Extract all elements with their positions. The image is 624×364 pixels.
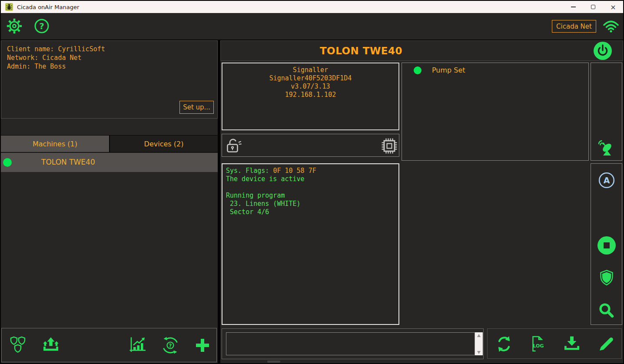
maximize-button[interactable] — [583, 1, 603, 13]
status-line: 23. Linens (WHITE) — [226, 200, 395, 208]
network-name-label: Cicada Net — [556, 23, 592, 30]
shield-icon — [598, 269, 615, 287]
close-button[interactable]: × — [603, 1, 623, 13]
auto-mode-button[interactable]: A — [598, 172, 615, 189]
scroll-down-button[interactable] — [475, 349, 483, 355]
horizontal-scrollbar-thumb[interactable] — [267, 361, 280, 363]
log-console-group — [222, 328, 484, 359]
wifi-button[interactable] — [602, 17, 620, 35]
refresh-icon — [495, 335, 513, 353]
signaller-type: Signaller — [222, 66, 398, 74]
pencil-icon — [597, 334, 616, 353]
satellite-dish-icon — [597, 139, 616, 158]
status-line — [226, 183, 395, 192]
left-actions-bar: ? — [1, 328, 217, 362]
bar-chart-icon — [128, 336, 147, 355]
unlocked-padlock-icon — [226, 138, 243, 156]
settings-button[interactable] — [6, 18, 23, 34]
top-toolbar: ? Cicada Net — [1, 13, 623, 40]
app-window: Cicada onAir Manager × — [0, 0, 624, 364]
machine-header: TOLON TWE40 — [220, 40, 623, 61]
edit-button[interactable] — [597, 334, 616, 353]
tab-devices-label: Devices (2) — [144, 140, 184, 148]
refresh-button[interactable] — [495, 335, 513, 353]
add-button[interactable] — [194, 337, 211, 354]
online-status-dot — [3, 158, 12, 167]
log-file-icon: LOG — [528, 334, 547, 354]
setup-button-label: Set up... — [183, 103, 210, 111]
client-name-line: Client name: CyrillicSoft — [7, 45, 217, 53]
svg-text:?: ? — [39, 21, 44, 31]
window-controls: × — [563, 1, 623, 13]
arrow-down-icon — [477, 351, 481, 354]
status-line: Sector 4/6 — [226, 208, 395, 216]
scroll-up-button[interactable] — [475, 332, 483, 338]
lock-chip-bar — [222, 134, 399, 157]
tab-machines-label: Machines (1) — [33, 140, 77, 148]
machine-title: TOLON TWE40 — [221, 45, 501, 56]
upload-button[interactable] — [41, 336, 60, 355]
stop-button[interactable] — [597, 236, 616, 255]
main-panel: TOLON TWE40 Signaller Signaller40F5203DF… — [220, 40, 623, 363]
right-column-bottom: A — [591, 163, 622, 325]
devices-list-box: Pump Set — [402, 63, 589, 161]
scan-button[interactable]: ? — [161, 336, 180, 355]
cicada-bug-icon — [5, 3, 13, 11]
help-icon: ? — [34, 18, 50, 34]
admin-line: Admin: The Boss — [7, 62, 217, 71]
network-name-button[interactable]: Cicada Net — [552, 20, 596, 33]
sys-flags-label: Sys. Flags: — [226, 167, 273, 175]
chip-icon — [380, 136, 399, 157]
shield-button[interactable] — [598, 269, 615, 287]
window-title: Cicada onAir Manager — [17, 4, 79, 10]
setup-button[interactable]: Set up... — [179, 101, 214, 114]
shields-cluster-icon — [9, 336, 27, 354]
sys-flags-line: Sys. Flags: 0F 10 58 7F — [226, 167, 395, 175]
right-column-top — [591, 63, 622, 161]
log-actions-bar: LOG — [487, 328, 622, 359]
status-line: The device is active — [226, 175, 395, 183]
minimize-icon — [571, 7, 576, 7]
log-file-button[interactable]: LOG — [528, 334, 547, 354]
tab-devices[interactable]: Devices (2) — [110, 136, 218, 152]
download-button[interactable] — [562, 334, 581, 354]
plus-icon — [194, 337, 211, 354]
log-scrollbar[interactable] — [475, 332, 483, 355]
close-icon: × — [610, 3, 616, 11]
log-console[interactable] — [226, 332, 475, 355]
auto-mode-icon: A — [598, 172, 615, 189]
device-name: Pump Set — [432, 66, 465, 74]
tab-machines[interactable]: Machines (1) — [1, 136, 109, 152]
satellite-button[interactable] — [597, 139, 616, 158]
signaller-info-box: Signaller Signaller40F5203DF1D4 v3.07/3.… — [222, 63, 399, 130]
scan-question-icon: ? — [161, 336, 180, 355]
stop-icon — [597, 236, 616, 255]
power-icon — [594, 42, 612, 60]
svg-text:A: A — [604, 175, 610, 185]
help-button[interactable]: ? — [34, 18, 50, 34]
client-info-panel: Client name: CyrillicSoft Network: Cicad… — [1, 40, 218, 119]
gear-icon — [6, 18, 23, 34]
signaller-id: Signaller40F5203DF1D4 — [222, 74, 398, 83]
statistics-button[interactable] — [128, 336, 147, 355]
minimize-button[interactable] — [563, 1, 583, 13]
left-panel: Client name: CyrillicSoft Network: Cicad… — [1, 40, 218, 363]
signaller-version: v3.07/3.13 — [222, 83, 398, 91]
power-button[interactable] — [594, 42, 612, 60]
list-tabs: Machines (1) Devices (2) — [1, 135, 218, 152]
search-icon — [597, 301, 616, 320]
device-status-box: Sys. Flags: 0F 10 58 7F The device is ac… — [222, 163, 399, 325]
svg-text:?: ? — [169, 343, 172, 349]
device-online-dot — [414, 66, 422, 74]
device-row[interactable]: Pump Set — [402, 63, 588, 78]
download-icon — [562, 334, 581, 354]
upload-icon — [41, 336, 60, 355]
maximize-icon — [591, 5, 595, 9]
search-button[interactable] — [597, 301, 616, 320]
arrow-up-icon — [477, 334, 481, 337]
protection-button[interactable] — [9, 336, 27, 354]
svg-text:LOG: LOG — [533, 343, 544, 349]
machine-name: TOLON TWE40 — [41, 158, 95, 166]
machine-row[interactable]: TOLON TWE40 — [1, 153, 218, 172]
status-line: Running program — [226, 192, 395, 200]
